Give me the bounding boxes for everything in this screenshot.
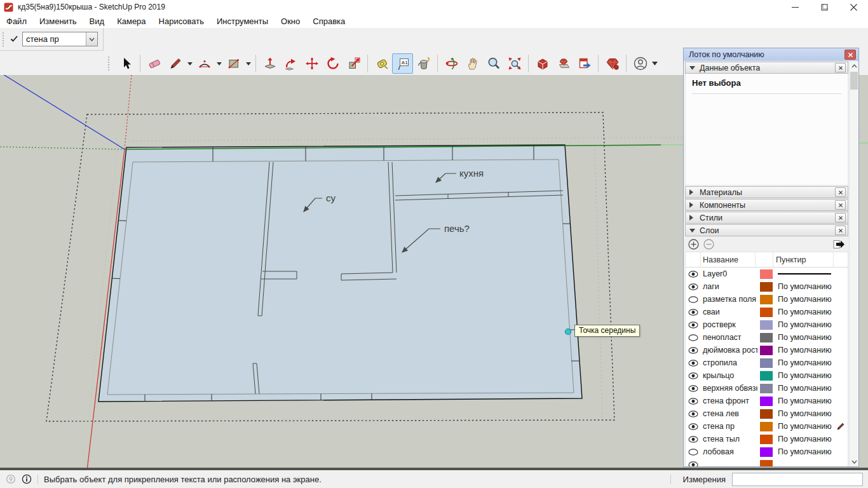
layer-row[interactable]: ростверк По умолчанию [686, 318, 848, 331]
visibility-eye-icon[interactable] [686, 410, 701, 417]
layer-dash-style[interactable]: По умолчанию [775, 346, 834, 355]
move-tool-icon[interactable] [301, 53, 322, 74]
visibility-eye-icon[interactable] [686, 385, 701, 392]
account-icon[interactable] [630, 53, 651, 74]
layer-color-swatch[interactable] [757, 269, 775, 279]
layer-color-swatch[interactable] [757, 447, 775, 457]
current-layer-pencil-icon[interactable] [834, 358, 848, 367]
follow-me-tool-icon[interactable] [280, 53, 301, 74]
layer-color-swatch[interactable] [757, 396, 775, 406]
current-layer-pencil-icon[interactable] [834, 435, 848, 444]
layer-name[interactable]: лобовая [701, 447, 757, 456]
text-tool-icon[interactable]: A1 [392, 53, 413, 74]
menu-item[interactable]: Изменить [33, 17, 83, 26]
rectangle-tool-icon[interactable] [223, 53, 244, 74]
visibility-eye-icon[interactable] [686, 398, 701, 405]
section-close-icon[interactable] [835, 63, 846, 72]
layer-name[interactable]: крыльцо [701, 371, 757, 380]
layer-name[interactable]: стена тыл [701, 435, 757, 444]
layer-row[interactable] [686, 458, 848, 466]
layer-dash-style[interactable]: По умолчанию [775, 435, 834, 444]
line-dropdown-icon[interactable] [186, 53, 194, 74]
layer-dash-style[interactable]: По умолчанию [775, 422, 834, 431]
share-model-icon[interactable] [553, 53, 574, 74]
layer-color-swatch[interactable] [757, 295, 775, 304]
layer-row[interactable]: стропила По умолчанию [686, 356, 848, 369]
scroll-up-icon[interactable] [850, 61, 858, 71]
pan-tool-icon[interactable] [462, 53, 483, 74]
menu-item[interactable]: Инструменты [210, 17, 275, 26]
menu-item[interactable]: Файл [0, 17, 33, 26]
maximize-button[interactable] [810, 0, 839, 14]
layer-row[interactable]: пенопласт По умолчанию [686, 331, 848, 344]
layer-row[interactable]: лобовая По умолчанию [686, 445, 848, 458]
current-layer-pencil-icon[interactable] [834, 333, 848, 342]
layer-row[interactable]: Layer0 [686, 268, 848, 280]
layer-dash-style[interactable]: По умолчанию [775, 320, 834, 329]
current-layer-combobox[interactable]: стена пр [22, 32, 98, 46]
visibility-eye-icon[interactable] [686, 296, 701, 303]
tray-header[interactable]: Лоток по умолчанию [684, 48, 858, 61]
layer-dash-style[interactable]: По умолчанию [775, 371, 834, 380]
rotate-tool-icon[interactable] [322, 53, 343, 74]
visibility-eye-icon[interactable] [686, 347, 701, 354]
visibility-eye-icon[interactable] [686, 436, 701, 443]
layer-row[interactable]: сваи По умолчанию [686, 306, 848, 318]
current-layer-pencil-icon[interactable] [834, 460, 848, 466]
layer-row[interactable]: верхняя обвязка По умолчанию [686, 382, 848, 395]
current-layer-pencil-icon[interactable] [834, 346, 848, 355]
layer-color-swatch[interactable] [757, 435, 775, 444]
account-dropdown-icon[interactable] [651, 53, 659, 74]
menu-item[interactable]: Вид [83, 17, 111, 26]
minimize-button[interactable] [780, 0, 810, 14]
layer-name[interactable]: дюймовка роств [701, 346, 757, 355]
current-layer-pencil-icon[interactable] [834, 384, 848, 393]
remove-layer-button[interactable] [703, 239, 714, 250]
menu-item[interactable]: Камера [111, 17, 152, 26]
section-layers[interactable]: Слои [685, 224, 848, 236]
visibility-eye-icon[interactable] [686, 283, 701, 290]
current-layer-pencil-icon[interactable] [834, 320, 848, 329]
layer-color-swatch[interactable] [757, 460, 775, 467]
visibility-eye-icon[interactable] [686, 322, 701, 329]
layer-dash-style[interactable]: По умолчанию [775, 308, 834, 316]
visibility-eye-icon[interactable] [686, 309, 701, 316]
visibility-eye-icon[interactable] [686, 461, 701, 467]
current-layer-pencil-icon[interactable] [834, 269, 848, 278]
push-pull-tool-icon[interactable] [259, 53, 280, 74]
section-components[interactable]: Компоненты [685, 199, 848, 211]
layer-name[interactable]: пенопласт [701, 333, 757, 342]
current-layer-pencil-icon[interactable] [834, 422, 848, 431]
layer-dash-style[interactable] [775, 273, 834, 274]
scroll-down-icon[interactable] [850, 457, 858, 466]
layer-name[interactable]: стропила [701, 358, 757, 367]
layer-color-swatch[interactable] [757, 282, 775, 292]
arc-tool-icon[interactable] [194, 53, 215, 74]
current-layer-pencil-icon[interactable] [834, 396, 848, 405]
layer-name[interactable]: стена лев [701, 409, 757, 418]
layer-dash-style[interactable]: По умолчанию [775, 396, 834, 405]
layer-color-swatch[interactable] [757, 308, 775, 317]
current-layer-pencil-icon[interactable] [834, 282, 848, 291]
add-layer-button[interactable] [688, 239, 699, 250]
current-layer-pencil-icon[interactable] [834, 371, 848, 380]
visibility-eye-icon[interactable] [686, 271, 701, 278]
tape-measure-tool-icon[interactable] [371, 53, 392, 74]
toolbar-grip[interactable] [108, 57, 111, 71]
layer-dash-style[interactable]: По умолчанию [775, 409, 834, 418]
tray-scrollbar[interactable] [849, 61, 858, 466]
line-tool-icon[interactable] [165, 53, 186, 74]
help-info-icon[interactable] [22, 474, 32, 484]
layer-name[interactable]: стена пр [701, 422, 757, 431]
visibility-eye-icon[interactable] [686, 423, 701, 430]
layer-dash-style[interactable]: По умолчанию [775, 358, 834, 367]
layer-dash-style[interactable]: По умолчанию [775, 295, 834, 304]
section-styles[interactable]: Стили [685, 212, 848, 224]
layer-row[interactable]: дюймовка роств По умолчанию [686, 344, 848, 356]
3d-warehouse-icon[interactable] [532, 53, 553, 74]
visibility-column-header[interactable] [686, 252, 701, 267]
layer-row[interactable]: стена фронт По умолчанию [686, 395, 848, 407]
layer-row[interactable]: лаги По умолчанию [686, 280, 848, 293]
combobox-dropdown-button[interactable] [86, 32, 97, 46]
layer-dash-style[interactable]: По умолчанию [775, 447, 834, 456]
